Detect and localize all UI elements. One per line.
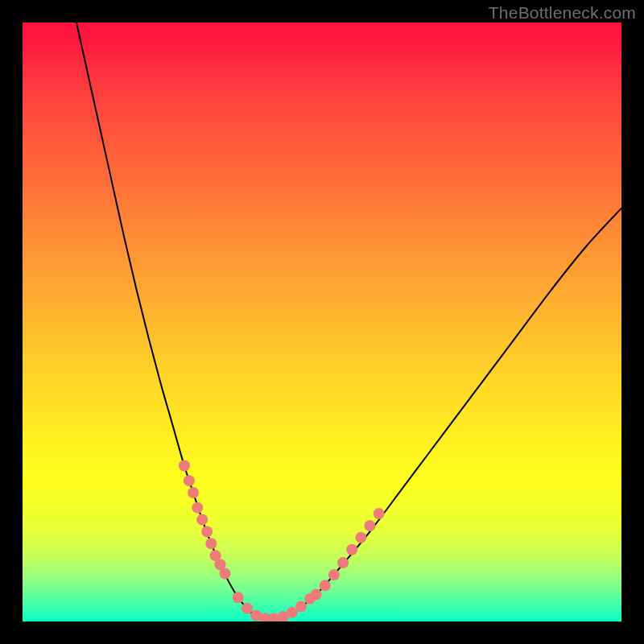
highlight-dot (179, 460, 190, 472)
highlight-dot (374, 508, 385, 519)
highlight-dot (205, 538, 217, 549)
highlight-dot (337, 557, 349, 568)
highlight-dot (311, 589, 322, 601)
highlight-dot (365, 520, 376, 531)
highlight-dots-right (311, 508, 385, 600)
highlight-dot (295, 601, 307, 612)
highlight-dot (192, 502, 203, 514)
bottleneck-curve-path (76, 23, 621, 618)
highlight-dot (320, 580, 331, 591)
watermark-text: TheBottleneck.com (489, 3, 636, 23)
highlight-dot (233, 592, 244, 603)
highlight-dot (196, 514, 208, 526)
highlight-dot (328, 569, 340, 580)
highlight-dot (355, 532, 366, 543)
highlight-dots-left (179, 460, 231, 580)
highlight-dot (201, 526, 213, 537)
highlight-dot (188, 487, 199, 498)
highlight-dot (184, 475, 195, 486)
plot-area (23, 23, 621, 621)
chart-frame: TheBottleneck.com (0, 0, 644, 644)
highlight-dot (219, 568, 230, 579)
highlight-dots-bottom (233, 592, 316, 621)
highlight-dot (242, 603, 253, 614)
chart-svg (23, 23, 621, 621)
highlight-dot (346, 544, 357, 555)
